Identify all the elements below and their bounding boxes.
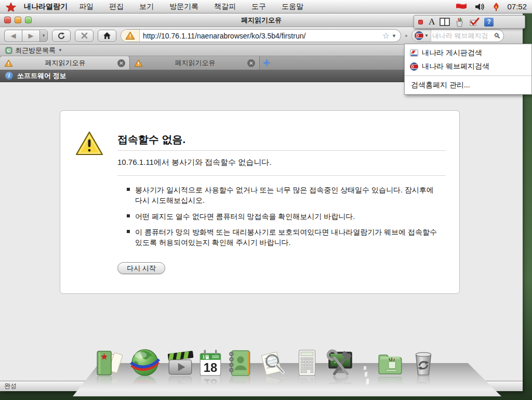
forward-button[interactable]: ▶ [22, 30, 39, 42]
menu-item[interactable]: 도움말 [282, 2, 303, 11]
retry-button[interactable]: 다시 시작 [117, 262, 165, 274]
bookmark-star-icon[interactable]: ☆ [382, 31, 390, 41]
toolbar-separator [405, 35, 407, 37]
system-tray: 07:52 [455, 2, 527, 11]
red-star-menu-icon[interactable] [5, 2, 17, 11]
warning-triangle-icon [75, 131, 104, 157]
menu-separator [405, 75, 531, 76]
split-view-icon[interactable] [440, 18, 450, 26]
site-identity-chip[interactable] [121, 30, 140, 42]
board-search-icon [410, 49, 418, 57]
dock-media-player-icon[interactable] [165, 347, 195, 378]
tab-close-button[interactable]: ✕ [247, 59, 255, 67]
url-dropdown-icon[interactable]: ▼ [392, 33, 396, 38]
stop-button[interactable] [75, 30, 94, 42]
menu-items: 파일편집보기방문기록책갈피도구도움말 [79, 2, 303, 11]
dock-trash-icon[interactable] [408, 347, 438, 378]
menu-item[interactable]: 파일 [79, 2, 94, 11]
error-bullet: 봉사기가 일시적으로 사용할수 없거나 또는 너무 많은 접속중인 상태일수 있… [127, 185, 438, 206]
warning-site-icon [125, 31, 135, 40]
app-menu-title[interactable]: 내나라열람기 [24, 2, 68, 11]
dock-calendar-icon[interactable]: 1월 18 [195, 347, 225, 378]
stop-icon [81, 32, 88, 39]
dock-web-browser-icon[interactable] [130, 347, 160, 378]
home-button[interactable] [98, 30, 116, 42]
pencil-cup-icon[interactable] [455, 17, 464, 27]
error-bullet: 어떤 페지도 열수 없다면 콤퓨터의 망접속을 확인해보시기 바랍니다. [127, 211, 438, 222]
home-icon [103, 32, 111, 40]
approve-check-icon[interactable] [469, 17, 480, 27]
system-menubar: 내나라열람기 파일편집보기방문기록책갈피도구도움말 07:52 [0, 0, 532, 14]
divider [117, 175, 446, 176]
engine-dropdown-icon: ▼ [424, 33, 429, 38]
dprk-flag-icon [415, 31, 423, 40]
font-tool-icon[interactable]: A [429, 17, 435, 27]
search-magnifier-icon[interactable]: 🔍︎ [494, 32, 501, 40]
page-content: 접속할수 없음. 10.76.1.11에서 봉사기와 접속할수 없습니다. 봉사… [0, 82, 523, 381]
url-bar[interactable]: ☆ ▼ [121, 29, 401, 42]
desktop: 내나라열람기 파일편집보기방문기록책갈피도구도움말 07:52 [0, 0, 532, 400]
dock-calculator-icon[interactable] [292, 347, 322, 378]
svg-text:1월: 1월 [202, 354, 209, 359]
url-input[interactable] [140, 32, 382, 40]
red-flag-tray-icon[interactable] [455, 3, 468, 11]
menu-item[interactable]: 보기 [139, 2, 154, 11]
status-text: 완성 [4, 382, 17, 391]
menu-item[interactable]: 책갈피 [214, 2, 236, 11]
reload-icon [57, 32, 65, 40]
dock-system-tools-icon[interactable] [325, 347, 355, 378]
dock-contacts-icon[interactable] [224, 347, 255, 378]
menu-item-manage-engines[interactable]: 검색홈페지 관리... [405, 78, 531, 92]
menu-item[interactable]: 도구 [251, 2, 266, 11]
menu-item-label: 검색홈페지 관리... [411, 81, 470, 90]
error-bullet-list: 봉사기가 일시적으로 사용할수 없거나 또는 너무 많은 접속중인 상태일수 있… [127, 185, 438, 253]
tab-error-page-2[interactable]: 페지읽기오유 ✕ [130, 56, 260, 70]
history-dropdown-button[interactable]: ▼ [39, 30, 48, 42]
error-bullet: 이 콤퓨터가 망의 방화벽 또는 대리봉사기로 보호되여있다면 내나라열람기가 … [127, 227, 438, 248]
status-bar: 완성 [0, 381, 523, 391]
infobar-text: 쏘프트웨어 정보 [17, 71, 66, 81]
reload-button[interactable] [52, 30, 71, 42]
floating-palette: A ? [414, 15, 525, 29]
menu-item[interactable]: 방문기록 [169, 2, 198, 11]
error-subtitle: 10.76.1.11에서 봉사기와 접속할수 없습니다. [117, 158, 271, 167]
back-button[interactable]: ◀ [4, 30, 22, 42]
search-input[interactable] [431, 32, 494, 40]
recent-dropdown-icon[interactable]: ▼ [58, 48, 62, 53]
navigation-toolbar: ◀ ▶ ▼ [0, 27, 523, 45]
dock-utilities-folder-icon[interactable] [375, 347, 405, 378]
menu-item-label: 내나라 웨브페지검색 [422, 62, 489, 71]
dock-file-manager-icon[interactable] [95, 347, 125, 378]
recent-history-icon [5, 47, 12, 54]
search-engine-menu: 내나라 게시판검색 내나라 웨브페지검색 검색홈페지 관리... [404, 44, 532, 95]
info-icon: i [5, 72, 13, 80]
error-title: 접속할수 없음. [117, 133, 185, 147]
menu-item[interactable]: 편집 [109, 2, 124, 11]
volume-icon[interactable] [475, 3, 485, 11]
divider [117, 150, 446, 151]
menu-item-web-search[interactable]: 내나라 웨브페지검색 [405, 60, 531, 73]
dprk-flag-icon [410, 62, 418, 71]
tab-label[interactable]: 페지읽기오유 [16, 58, 114, 68]
search-box[interactable]: ▼ 🔍︎ [411, 29, 504, 42]
clock: 07:52 [507, 2, 527, 11]
tab-warning-icon [4, 59, 13, 67]
svg-text:18: 18 [204, 360, 218, 375]
tab-close-button[interactable]: ✕ [117, 59, 125, 67]
recent-history-folder[interactable]: 최근방문목록 [15, 46, 56, 55]
dock-document-search-icon[interactable] [257, 347, 287, 378]
help-icon[interactable]: ? [484, 18, 494, 27]
tab-error-page-1[interactable]: 페지읽기오유 ✕ [0, 56, 130, 70]
history-nav-group: ◀ ▶ ▼ [4, 30, 48, 42]
search-engine-button[interactable]: ▼ [412, 30, 431, 42]
tab-label[interactable]: 페지읽기오유 [146, 58, 244, 68]
tab-warning-icon [134, 59, 143, 67]
torch-icon[interactable] [493, 2, 500, 11]
menu-item-board-search[interactable]: 내나라 게시판검색 [405, 46, 531, 60]
menu-item-label: 내나라 게시판검색 [422, 48, 482, 58]
error-panel: 접속할수 없음. 10.76.1.11에서 봉사기와 접속할수 없습니다. 봉사… [60, 110, 460, 294]
palette-close-button[interactable] [418, 20, 423, 24]
new-tab-button[interactable]: ✚ [260, 56, 273, 70]
